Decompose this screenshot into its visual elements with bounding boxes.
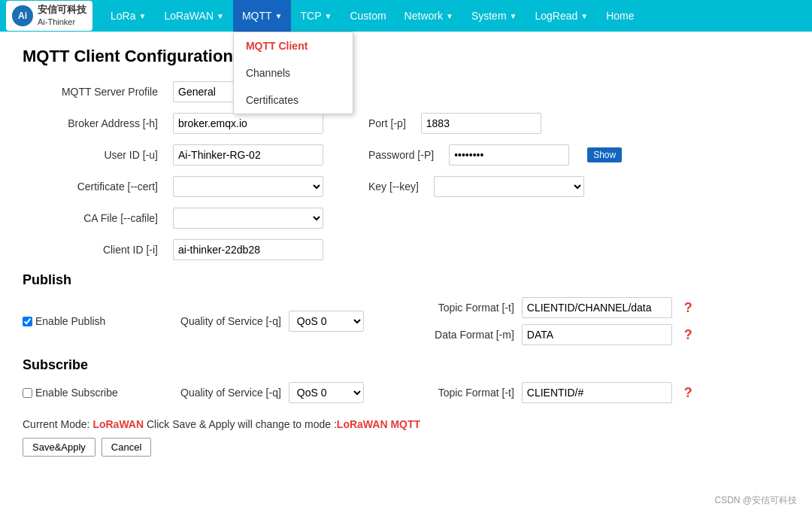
- nav-logread[interactable]: LogRead ▼: [526, 0, 597, 32]
- network-arrow-icon: ▼: [446, 12, 453, 20]
- topic-format-help-icon: ?: [684, 300, 692, 316]
- userid-row: User ID [-u] Password [-P] Show: [23, 144, 789, 165]
- publish-row: Enable Publish Quality of Service [-q] Q…: [23, 297, 789, 345]
- enable-publish-label[interactable]: Enable Publish: [23, 315, 105, 327]
- data-format-input[interactable]: [522, 324, 672, 345]
- brand-name-bottom: Ai-Thinker: [38, 17, 86, 27]
- subscribe-row: Enable Subscribe Quality of Service [-q]…: [23, 382, 789, 403]
- dropdown-channels[interactable]: Channels: [234, 59, 353, 86]
- system-arrow-icon: ▼: [510, 12, 517, 20]
- key-label: Key [--key]: [368, 181, 419, 193]
- enable-publish-checkbox[interactable]: [23, 317, 32, 326]
- nav-home[interactable]: Home: [597, 0, 643, 32]
- page-title: MQTT Client Configuration: [23, 47, 789, 66]
- show-password-button[interactable]: Show: [587, 147, 622, 162]
- broker-row: Broker Address [-h] Port [-p]: [23, 113, 789, 134]
- logread-arrow-icon: ▼: [580, 12, 588, 20]
- brand: Ai 安信可科技 Ai-Thinker: [6, 1, 92, 30]
- clientid-input[interactable]: [173, 239, 323, 260]
- certificate-row: Certificate [--cert] Key [--key]: [23, 176, 789, 197]
- publish-qos-label: Quality of Service [-q]: [180, 315, 281, 327]
- publish-title: Publish: [23, 272, 789, 288]
- subscribe-topic-input[interactable]: [522, 382, 672, 403]
- navbar: Ai 安信可科技 Ai-Thinker LoRa ▼ LoRaWAN ▼ MQT…: [0, 0, 812, 32]
- port-label: Port [-p]: [368, 117, 406, 129]
- broker-input[interactable]: [173, 113, 323, 134]
- new-mode-text: LoRaWAN MQTT: [337, 418, 420, 430]
- cafile-row: CA File [--cafile]: [23, 208, 789, 229]
- certificate-select[interactable]: [173, 176, 323, 197]
- nav-lora[interactable]: LoRa ▼: [102, 0, 155, 32]
- data-format-label: Data Format [-m]: [401, 329, 514, 341]
- nav-mqtt[interactable]: MQTT ▼ MQTT Client Channels Certificates: [233, 0, 292, 32]
- tcp-arrow-icon: ▼: [324, 12, 332, 20]
- subscribe-topic-format-label: Topic Format [-t]: [401, 387, 514, 399]
- footer: CSDN @安信可科技: [0, 487, 812, 514]
- broker-label: Broker Address [-h]: [23, 117, 158, 129]
- cancel-button[interactable]: Cancel: [102, 438, 151, 457]
- data-format-help-icon: ?: [684, 327, 692, 343]
- nav-lorawan[interactable]: LoRaWAN ▼: [155, 0, 233, 32]
- topic-format-input[interactable]: [522, 297, 672, 318]
- certificate-label: Certificate [--cert]: [23, 181, 158, 193]
- enable-subscribe-label[interactable]: Enable Subscribe: [23, 387, 118, 399]
- action-buttons: Save&Apply Cancel: [23, 438, 789, 457]
- userid-label: User ID [-u]: [23, 149, 158, 161]
- subscribe-title: Subscribe: [23, 357, 789, 373]
- dropdown-mqtt-client[interactable]: MQTT Client: [234, 32, 353, 59]
- clientid-row: Client ID [-i]: [23, 239, 789, 260]
- server-profile-label: MQTT Server Profile: [23, 86, 158, 98]
- nav-system[interactable]: System ▼: [462, 0, 526, 32]
- dropdown-certificates[interactable]: Certificates: [234, 86, 353, 114]
- save-apply-button[interactable]: Save&Apply: [23, 438, 95, 457]
- userid-input[interactable]: [173, 144, 323, 165]
- subscribe-qos-select[interactable]: QoS 0 QoS 1 QoS 2: [289, 382, 364, 403]
- lorawan-arrow-icon: ▼: [217, 12, 224, 20]
- subscribe-topic-help-icon: ?: [684, 385, 692, 401]
- brand-name-top: 安信可科技: [38, 4, 86, 17]
- status-bar: Current Mode: LoRaWAN Click Save & Apply…: [23, 418, 789, 430]
- cafile-select[interactable]: [173, 208, 323, 229]
- main-content: MQTT Client Configuration MQTT Server Pr…: [0, 32, 812, 472]
- nav-custom[interactable]: Custom: [341, 0, 395, 32]
- subscribe-qos-label: Quality of Service [-q]: [180, 387, 281, 399]
- nav-tcp[interactable]: TCP ▼: [291, 0, 341, 32]
- password-input[interactable]: [449, 144, 569, 165]
- port-input[interactable]: [421, 113, 541, 134]
- brand-logo: Ai: [12, 5, 33, 26]
- current-mode-text: LoRaWAN: [92, 418, 144, 430]
- enable-subscribe-checkbox[interactable]: [23, 388, 32, 398]
- mqtt-arrow-icon: ▼: [275, 12, 283, 20]
- cafile-label: CA File [--cafile]: [23, 212, 158, 224]
- lora-arrow-icon: ▼: [138, 12, 146, 20]
- password-label: Password [-P]: [368, 149, 434, 161]
- server-profile-row: MQTT Server Profile: [23, 81, 789, 102]
- nav-network[interactable]: Network ▼: [395, 0, 462, 32]
- publish-qos-select[interactable]: QoS 0 QoS 1 QoS 2: [289, 311, 364, 332]
- clientid-label: Client ID [-i]: [23, 244, 158, 256]
- key-select[interactable]: [434, 176, 584, 197]
- mqtt-dropdown: MQTT Client Channels Certificates: [233, 32, 353, 114]
- topic-format-label: Topic Format [-t]: [401, 302, 514, 314]
